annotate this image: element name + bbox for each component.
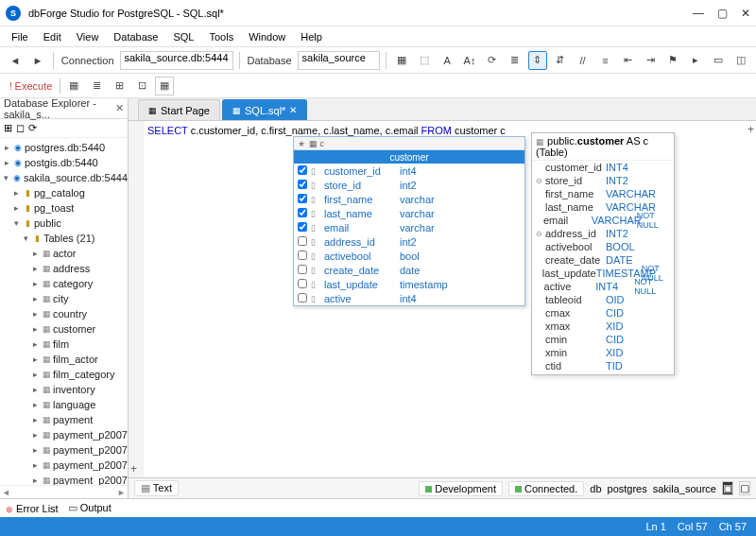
twisty-icon[interactable]: ▸ (30, 445, 40, 455)
menu-view[interactable]: View (69, 29, 107, 44)
explorer-toolbtn[interactable]: ⟳ (28, 122, 37, 134)
twisty-icon[interactable]: ▸ (30, 460, 40, 470)
column-checkbox[interactable] (298, 236, 307, 246)
tree-node[interactable]: ▸▦payment_p2007 (0, 473, 128, 485)
twisty-icon[interactable]: ▸ (11, 203, 21, 213)
layout-button[interactable]: ▣ (722, 481, 733, 495)
maximize-button[interactable]: ▢ (717, 7, 728, 20)
column-checkbox[interactable] (298, 293, 307, 303)
tree-node[interactable]: ▸▦film_category (0, 367, 128, 382)
indent-button[interactable]: ⇥ (641, 51, 660, 70)
minimize-button[interactable]: — (693, 7, 704, 20)
menu-sql[interactable]: SQL (165, 29, 201, 44)
tree-node[interactable]: ▸▦city (0, 291, 128, 306)
tree-node[interactable]: ▸▮pg_catalog (0, 185, 128, 200)
twisty-icon[interactable]: ▸ (30, 354, 40, 364)
autocomplete-item[interactable]: ▯first_namevarchar (294, 192, 524, 206)
twisty-icon[interactable]: ▸ (30, 475, 40, 485)
bookmark-next-button[interactable]: ▸ (686, 51, 705, 70)
twisty-icon[interactable]: ▸ (30, 324, 40, 334)
database-dropdown[interactable]: sakila_source (298, 51, 381, 70)
tree-node[interactable]: ▸▦category (0, 276, 128, 291)
tab-startpage[interactable]: ▦Start Page (138, 99, 220, 120)
twisty-icon[interactable]: ▸ (30, 294, 40, 303)
add-button[interactable]: + (747, 123, 754, 136)
column-checkbox[interactable] (298, 251, 307, 260)
back-button[interactable]: ◄ (6, 51, 25, 70)
tree-node[interactable]: ▸▦actor (0, 246, 128, 261)
column-checkbox[interactable] (298, 222, 307, 232)
tree-node[interactable]: ▾▮Tables (21) (0, 231, 128, 246)
font-size-button[interactable]: A↕ (460, 51, 479, 70)
align-button[interactable]: ≣ (506, 51, 524, 70)
layout-button[interactable]: ▢ (739, 481, 750, 495)
twisty-icon[interactable]: ▸ (30, 385, 40, 394)
tree-node[interactable]: ▾◉sakila_source.db:5444 (0, 170, 128, 185)
tree-node[interactable]: ▸▦address (0, 261, 128, 276)
menu-tools[interactable]: Tools (201, 29, 241, 44)
menu-edit[interactable]: Edit (36, 29, 69, 44)
twisty-icon[interactable]: ▸ (30, 415, 40, 424)
menu-file[interactable]: File (4, 29, 36, 44)
twisty-icon[interactable]: ▾ (21, 233, 30, 243)
scroll-right-button[interactable]: ► (117, 488, 126, 497)
tree-node[interactable]: ▸▦film (0, 337, 128, 352)
autocomplete-popup[interactable]: ★ ▦ c customer ▯customer_idint4▯store_id… (293, 136, 525, 306)
tree-node[interactable]: ▸▦language (0, 397, 128, 412)
outdent-button[interactable]: ⇤ (619, 51, 638, 70)
explorer-toolbtn[interactable]: ◻ (16, 122, 25, 134)
twisty-icon[interactable]: ▸ (30, 279, 40, 288)
tool-button-active[interactable]: ⇕ (528, 51, 547, 70)
twisty-icon[interactable]: ▾ (11, 218, 21, 228)
twisty-icon[interactable]: ▸ (30, 264, 40, 273)
twisty-icon[interactable]: ▸ (30, 370, 40, 379)
exec-option-button[interactable]: ⊞ (110, 77, 129, 95)
exec-option-button[interactable]: ≣ (87, 77, 106, 95)
twisty-icon[interactable]: ▸ (30, 430, 40, 440)
tree-node[interactable]: ▾▮public (0, 216, 128, 231)
autocomplete-item[interactable]: ▯address_idint2 (294, 234, 524, 249)
tool-button[interactable]: ⇵ (551, 51, 570, 70)
exec-option-button[interactable]: ▦ (155, 77, 174, 95)
autocomplete-item[interactable]: ▯tableoidoid (294, 305, 524, 306)
twisty-icon[interactable]: ▸ (30, 400, 40, 409)
explorer-toolbtn[interactable]: ⊞ (4, 122, 12, 134)
sql-editor[interactable]: SELECT c.customer_id, c.first_name, c.la… (129, 121, 756, 477)
column-checkbox[interactable] (298, 279, 307, 288)
tool-button[interactable]: A (438, 51, 456, 70)
twisty-icon[interactable]: ▸ (11, 188, 21, 198)
autocomplete-item[interactable]: ▯emailvarchar (294, 220, 524, 234)
column-checkbox[interactable] (298, 208, 307, 217)
twisty-icon[interactable]: ▾ (2, 173, 11, 182)
tree-node[interactable]: ▸▦payment (0, 412, 128, 427)
tree-node[interactable]: ▸◉postgis.db:5440 (0, 155, 128, 170)
db-tree[interactable]: ▸◉postgres.db:5440▸◉postgis.db:5440▾◉sak… (0, 138, 128, 485)
tab-close-button[interactable]: ✕ (289, 105, 297, 115)
tool-button[interactable]: ◫ (731, 51, 750, 70)
explorer-close-button[interactable]: ✕ (115, 102, 124, 114)
twisty-icon[interactable]: ▸ (2, 143, 11, 152)
comment-button[interactable]: // (574, 51, 593, 70)
close-button[interactable]: ✕ (741, 7, 750, 20)
menu-database[interactable]: Database (106, 29, 165, 44)
column-checkbox[interactable] (298, 265, 307, 274)
bookmark-button[interactable]: ⚑ (663, 51, 682, 70)
autocomplete-item[interactable]: ▯activeint4 (294, 291, 524, 305)
tree-node[interactable]: ▸▦customer (0, 321, 128, 337)
error-list-tab[interactable]: ⊗ Error List (6, 503, 59, 514)
forward-button[interactable]: ► (28, 51, 47, 70)
twisty-icon[interactable]: ▸ (2, 158, 11, 167)
tool-button[interactable]: ⬚ (415, 51, 434, 70)
execute-button[interactable]: ! Execute (6, 80, 56, 92)
refresh-button[interactable]: ⟳ (483, 51, 502, 70)
column-checkbox[interactable] (298, 180, 307, 189)
autocomplete-item[interactable]: ▯customer_idint4 (294, 164, 524, 178)
autocomplete-item[interactable]: ▯store_idint2 (294, 178, 524, 192)
uncomment-button[interactable]: ≡ (596, 51, 615, 70)
autocomplete-item[interactable]: ▯activeboolbool (294, 249, 524, 263)
tree-node[interactable]: ▸▦payment_p2007 (0, 427, 128, 442)
output-tab[interactable]: ▭ Output (68, 502, 112, 514)
autocomplete-item[interactable]: ▯create_datedate (294, 263, 524, 277)
autocomplete-item[interactable]: ▯last_namevarchar (294, 206, 524, 220)
autocomplete-item[interactable]: ▯last_updatetimestamp (294, 277, 524, 291)
